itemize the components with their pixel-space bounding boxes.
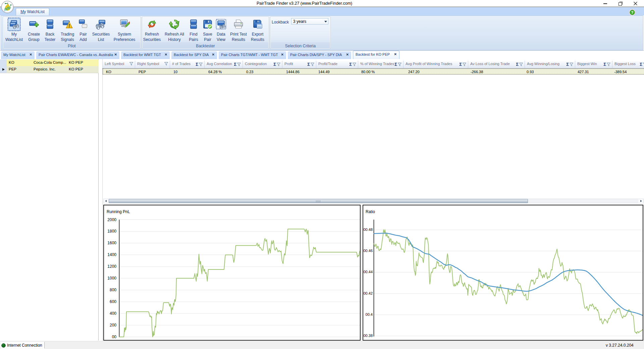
svg-text:?: ? xyxy=(631,10,633,14)
